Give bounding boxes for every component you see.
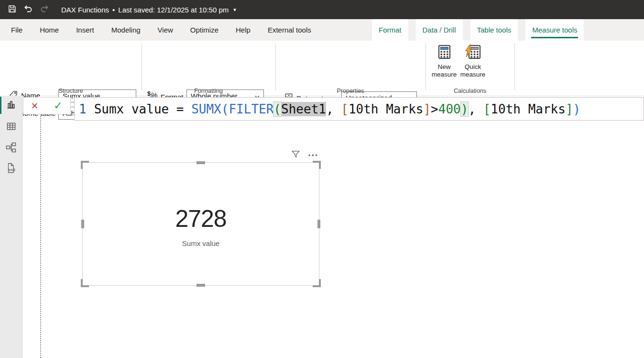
resize-handle-bottom[interactable]	[196, 284, 205, 287]
group-divider	[514, 44, 515, 90]
sidebar-item-table-view[interactable]	[0, 119, 22, 136]
formula-token: [	[483, 102, 491, 116]
properties-group-label: Properties	[275, 88, 426, 94]
tab-help[interactable]: Help	[227, 19, 259, 41]
new-measure-button[interactable]: New measure	[431, 45, 458, 78]
tab-label: Data / Drill	[423, 26, 456, 34]
formula-token: (	[273, 102, 281, 116]
tab-external-tools[interactable]: External tools	[259, 19, 320, 41]
tab-modeling[interactable]: Modeling	[103, 19, 149, 41]
redo-button[interactable]	[36, 0, 53, 19]
formula-token: (	[221, 102, 229, 116]
tab-home[interactable]: Home	[31, 19, 67, 41]
formula-token: ,	[326, 102, 341, 116]
active-view-indicator	[0, 97, 1, 114]
formula-token: ]	[423, 102, 431, 116]
more-options-button[interactable]: •••	[308, 152, 319, 159]
structure-group-label: Structure	[0, 88, 142, 94]
resize-handle-top-right[interactable]	[313, 161, 321, 169]
formula-token: ]	[566, 102, 573, 116]
resize-handle-top[interactable]	[196, 161, 205, 164]
formula-token: FILTER	[229, 102, 273, 116]
visual-hover-actions: •••	[291, 149, 319, 161]
report-title: DAX Functions	[61, 6, 109, 14]
formula-token: Sheet1	[281, 102, 326, 116]
last-saved-text: Last saved: 12/1/2025 at 10:50 pm	[118, 6, 229, 14]
sidebar-item-dax-query-view[interactable]: DAX	[0, 160, 22, 178]
tab-optimize[interactable]: Optimize	[182, 19, 227, 41]
formula-token: 10th Marks	[491, 102, 566, 116]
formula-line-number: 1	[79, 102, 87, 116]
new-measure-icon	[438, 53, 451, 61]
quick-measure-label: Quick measure	[459, 63, 486, 78]
formula-token: 10th Marks	[349, 102, 424, 116]
calculations-group-label: Calculations	[426, 88, 514, 94]
standard-tabs: FileHomeInsertModelingViewOptimizeHelpEx…	[2, 19, 320, 41]
active-tab-underline	[531, 37, 578, 38]
report-view-icon	[6, 99, 17, 112]
title-separator: •	[112, 6, 115, 14]
formula-token: )	[573, 102, 581, 116]
resize-handle-top-left[interactable]	[81, 161, 89, 169]
contextual-tab-table-tools[interactable]: Table tools	[470, 19, 518, 41]
contextual-tabs: FormatData / DrillTable toolsMeasure too…	[372, 19, 584, 41]
formula-token: )	[461, 102, 469, 116]
view-sidebar: DAX	[0, 96, 22, 358]
undo-icon	[23, 4, 33, 15]
save-button[interactable]	[4, 0, 20, 19]
tab-label: Table tools	[477, 26, 512, 34]
new-measure-label: New measure	[431, 63, 458, 78]
resize-handle-right[interactable]	[317, 220, 320, 228]
commit-button[interactable]: ✓	[54, 101, 62, 111]
ribbon-tab-row: FileHomeInsertModelingViewOptimizeHelpEx…	[0, 19, 644, 41]
resize-handle-bottom-left[interactable]	[81, 279, 89, 287]
resize-handle-left[interactable]	[81, 220, 84, 228]
window-title: DAX Functions • Last saved: 12/1/2025 at…	[61, 6, 229, 14]
table-view-icon	[6, 121, 17, 134]
formatting-group-label: Formatting	[142, 88, 275, 94]
ribbon: Name Home table Ashishdata Structure $ %…	[0, 41, 644, 96]
tab-label: Format	[379, 26, 402, 34]
card-label: Sumx value	[83, 239, 319, 247]
formula-token: 400	[438, 102, 461, 116]
title-bar: DAX Functions • Last saved: 12/1/2025 at…	[0, 0, 644, 19]
cancel-button[interactable]: ×	[31, 100, 38, 112]
contextual-tab-format[interactable]: Format	[372, 19, 408, 41]
redo-icon	[40, 4, 49, 15]
title-dropdown-caret-icon[interactable]: ▾	[233, 7, 236, 13]
undo-button[interactable]	[20, 0, 36, 19]
quick-measure-icon	[465, 53, 481, 61]
canvas-left-boundary	[40, 116, 41, 358]
sidebar-item-model-view[interactable]	[0, 140, 22, 157]
formula-commit-box: × ✓	[23, 97, 71, 114]
sidebar-item-report-view[interactable]	[0, 97, 22, 114]
formula-token: [	[341, 102, 349, 116]
formula-text: Sumx value = SUMX(FILTER(Sheet1, [10th M…	[94, 102, 581, 116]
group-divider	[142, 44, 142, 90]
tab-label: Measure tools	[532, 26, 577, 34]
contextual-tab-measure-tools[interactable]: Measure tools	[525, 19, 584, 41]
group-divider	[426, 44, 426, 90]
resize-handle-bottom-right[interactable]	[313, 279, 321, 287]
svg-text:DAX: DAX	[9, 168, 14, 171]
tab-view[interactable]: View	[149, 19, 182, 41]
formula-token: >	[431, 102, 438, 116]
quick-measure-button[interactable]: Quick measure	[459, 45, 486, 78]
card-visual[interactable]: 2728 Sumx value	[82, 162, 319, 286]
save-icon	[8, 4, 17, 15]
filter-icon[interactable]	[291, 149, 301, 161]
model-view-icon	[5, 142, 17, 155]
formula-token: SUMX	[191, 102, 221, 116]
dax-query-view-icon: DAX	[5, 162, 17, 176]
tab-file[interactable]: File	[2, 19, 31, 41]
formula-bar-input[interactable]: 1Sumx value = SUMX(FILTER(Sheet1, [10th …	[74, 97, 644, 121]
formula-token: Sumx value =	[94, 102, 192, 116]
group-divider	[275, 44, 276, 90]
contextual-tab-data-drill[interactable]: Data / Drill	[416, 19, 463, 41]
formula-token: ,	[468, 102, 483, 116]
tab-insert[interactable]: Insert	[67, 19, 103, 41]
card-value: 2728	[83, 205, 319, 233]
